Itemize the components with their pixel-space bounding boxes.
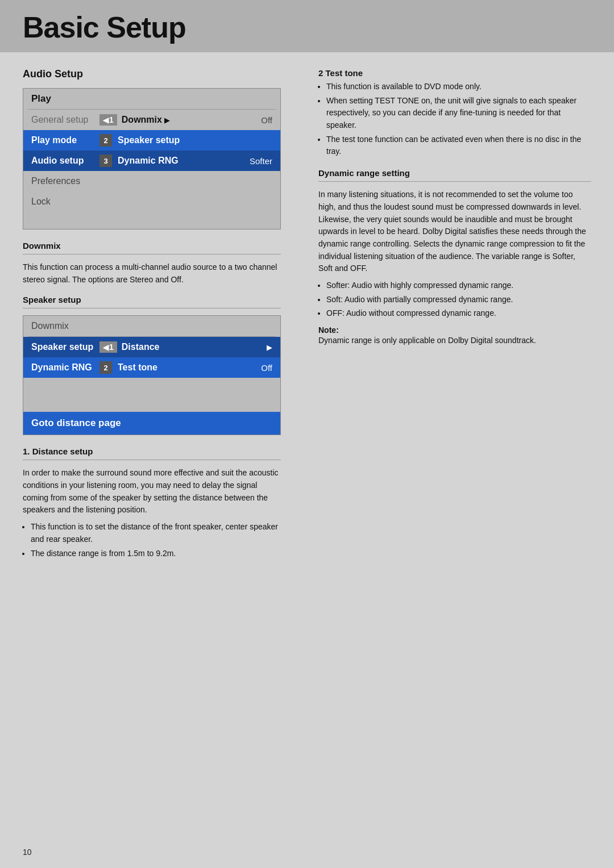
menu-row-empty-2: [23, 378, 280, 395]
dynamic-range-bullet-1: Softer: Audio with highly compressed dyn…: [326, 279, 591, 292]
page-title: Basic Setup: [23, 10, 591, 44]
right-column: 2 Test tone This function is available t…: [301, 52, 614, 868]
nav-indicator-s1: ◀ 1: [99, 341, 117, 353]
audio-setup-label: Audio setup: [31, 156, 99, 166]
menu-row-play[interactable]: Play: [23, 89, 280, 109]
dynamic-rng-value: Softer: [250, 156, 272, 166]
general-setup-label: General setup: [31, 115, 99, 125]
speaker-setup-sublabel: Speaker setup: [118, 135, 180, 145]
menu-row-play-mode[interactable]: Play mode 2 Speaker setup: [23, 130, 280, 151]
menu-row-audio-setup[interactable]: Audio setup 3 Dynamic RNG Softer: [23, 151, 280, 171]
arrow-right-1: ▶: [164, 116, 170, 124]
downmix-text: This function can process a multi-channe…: [23, 261, 281, 286]
menu-box-1: Play General setup ◀ 1 Downmix ▶ Off Pla…: [23, 88, 281, 229]
lock-label: Lock: [31, 197, 99, 207]
title-bar: Basic Setup: [0, 0, 614, 52]
downmix-2-label: Downmix: [31, 321, 99, 331]
menu-box-2: Downmix Speaker setup ◀ 1 Distance ▶ Dyn…: [23, 315, 281, 435]
menu-row-preferences[interactable]: Preferences: [23, 171, 280, 191]
distance-setup-text: In order to make the surround sound more…: [23, 467, 281, 516]
downmix-value: Off: [261, 115, 272, 125]
num-badge-3: 3: [99, 155, 112, 167]
test-tone-value: Off: [261, 363, 272, 373]
arrow-right-s1: ▶: [267, 343, 272, 352]
test-tone-bullet-2: When setting TEST TONE on, the unit will…: [326, 95, 591, 132]
menu-row-empty-3: [23, 395, 280, 412]
play-mode-label: Play mode: [31, 135, 99, 145]
dynamic-range-bullets: Softer: Audio with highly compressed dyn…: [326, 279, 591, 320]
arrow-left-s1: ◀: [103, 343, 109, 352]
distance-bullet-1: This function is to set the distance of …: [31, 521, 281, 545]
arrow-left-1: ◀: [103, 116, 109, 124]
menu-row-empty-1: [23, 212, 280, 229]
num-badge-t2: 2: [99, 361, 112, 374]
dynamic-rng-2-label: Dynamic RNG: [31, 362, 99, 373]
dynamic-range-text: In many listening situations, it is not …: [318, 189, 591, 275]
distance-setup-title: 1. Distance setup: [23, 446, 281, 456]
test-tone-title: 2 Test tone: [318, 68, 591, 78]
play-label: Play: [31, 93, 99, 105]
note-text: Dynamic range is only applicable on Dolb…: [318, 335, 591, 347]
menu-row-general-setup[interactable]: General setup ◀ 1 Downmix ▶ Off: [23, 110, 280, 130]
nav-indicator-1: ◀ 1: [99, 114, 117, 126]
preferences-label: Preferences: [31, 176, 99, 186]
speaker-setup-title: Speaker setup: [23, 295, 281, 304]
menu-row-downmix-2[interactable]: Downmix: [23, 316, 280, 336]
downmix-sublabel: Downmix: [122, 115, 162, 125]
distance-bullets: This function is to set the distance of …: [31, 521, 281, 560]
speaker-setup-2-label: Speaker setup: [31, 342, 99, 352]
test-tone-sublabel: Test tone: [118, 362, 157, 373]
dynamic-range-bullet-3: OFF: Audio without compressed dynamic ra…: [326, 307, 591, 320]
test-tone-bullet-1: This function is available to DVD mode o…: [326, 81, 591, 93]
audio-setup-heading: Audio Setup: [23, 68, 281, 80]
goto-distance-row[interactable]: Goto distance page: [23, 412, 280, 435]
distance-sublabel: Distance: [122, 342, 160, 352]
menu-row-lock[interactable]: Lock: [23, 191, 280, 212]
dynamic-rng-sublabel: Dynamic RNG: [118, 156, 179, 166]
num-badge-2: 2: [99, 134, 112, 147]
test-tone-bullets: This function is available to DVD mode o…: [326, 81, 591, 158]
test-tone-bullet-3: The test tone function can be activated …: [326, 133, 591, 158]
menu-row-speaker-setup-2[interactable]: Speaker setup ◀ 1 Distance ▶: [23, 337, 280, 357]
menu-row-dynamic-rng-2[interactable]: Dynamic RNG 2 Test tone Off: [23, 357, 280, 378]
dynamic-range-title: Dynamic range setting: [318, 168, 591, 178]
dynamic-range-bullet-2: Soft: Audio with partially compressed dy…: [326, 294, 591, 306]
goto-distance-label: Goto distance page: [31, 418, 121, 428]
left-column: Audio Setup Play General setup ◀ 1 Downm…: [0, 52, 301, 868]
distance-bullet-2: The distance range is from 1.5m to 9.2m.: [31, 548, 281, 560]
downmix-title: Downmix: [23, 241, 281, 251]
note-title: Note:: [318, 326, 591, 335]
page-number: 10: [23, 848, 32, 857]
